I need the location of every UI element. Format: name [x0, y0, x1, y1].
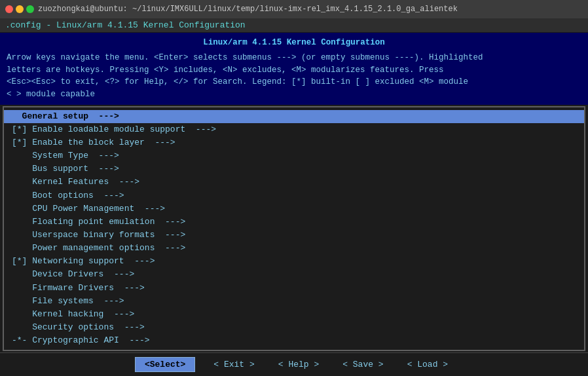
menu-item-file-systems[interactable]: File systems --->	[4, 295, 584, 308]
help-button[interactable]: < Help >	[273, 358, 324, 371]
menu-item-networking[interactable]: [*] Networking support --->	[4, 255, 584, 268]
menu-item-power-mgmt[interactable]: Power management options --->	[4, 242, 584, 255]
menu-item-general-setup[interactable]: General setup --->	[4, 110, 584, 123]
info-line1: Arrow keys navigate the menu. <Enter> se…	[7, 52, 581, 64]
menu-item-userspace-binary[interactable]: Userspace binary formats --->	[4, 229, 584, 242]
menu-container: General setup --->[*] Enable loadable mo…	[3, 106, 585, 351]
menu-item-security-options[interactable]: Security options --->	[4, 321, 584, 334]
info-box: Linux/arm 4.1.15 Kernel Configuration Ar…	[0, 33, 588, 105]
menu-item-boot-options[interactable]: Boot options --->	[4, 189, 584, 202]
menu-list: General setup --->[*] Enable loadable mo…	[4, 107, 584, 350]
menu-item-kernel-features[interactable]: Kernel Features --->	[4, 176, 584, 189]
minimize-button[interactable]	[16, 5, 24, 13]
top-bar: .config - Linux/arm 4.1.15 Kernel Config…	[0, 18, 588, 33]
menu-item-block-layer[interactable]: [*] Enable the block layer --->	[4, 136, 584, 149]
select-button[interactable]: <Select>	[135, 357, 195, 372]
maximize-button[interactable]	[26, 5, 34, 13]
menu-item-kernel-hacking[interactable]: Kernel hacking --->	[4, 308, 584, 321]
bottom-bar: <Select> < Exit > < Help > < Save > < Lo…	[0, 352, 588, 376]
menu-item-loadable-module[interactable]: [*] Enable loadable module support --->	[4, 123, 584, 136]
exit-button[interactable]: < Exit >	[208, 358, 259, 371]
title-bar: zuozhongkai@ubuntu: ~/linux/IMX6ULL/linu…	[0, 0, 588, 18]
close-button[interactable]	[5, 5, 13, 13]
info-line2: letters are hotkeys. Pressing <Y> includ…	[7, 64, 581, 77]
menu-item-device-drivers[interactable]: Device Drivers --->	[4, 268, 584, 281]
menu-item-system-type[interactable]: System Type --->	[4, 149, 584, 162]
window-controls	[5, 5, 34, 13]
menu-item-library-routines[interactable]: Library routines --->	[4, 347, 584, 350]
menu-item-cpu-power[interactable]: CPU Power Management --->	[4, 202, 584, 216]
save-button[interactable]: < Save >	[337, 358, 388, 371]
menu-item-crypto-api[interactable]: -*- Cryptographic API --->	[4, 334, 584, 347]
info-title: Linux/arm 4.1.15 Kernel Configuration	[7, 37, 581, 49]
menu-item-floating-point[interactable]: Floating point emulation --->	[4, 216, 584, 229]
menu-item-firmware-drivers[interactable]: Firmware Drivers --->	[4, 282, 584, 295]
menu-item-bus-support[interactable]: Bus support --->	[4, 162, 584, 176]
info-line3: <Esc><Esc> to exit, <?> for Help, </> fo…	[7, 76, 581, 88]
load-button[interactable]: < Load >	[402, 358, 453, 371]
config-title: .config - Linux/arm 4.1.15 Kernel Config…	[5, 20, 246, 30]
info-line4: < > module capable	[7, 88, 581, 101]
terminal-area: Linux/arm 4.1.15 Kernel Configuration Ar…	[0, 33, 588, 376]
window-title: zuozhongkai@ubuntu: ~/linux/IMX6ULL/linu…	[38, 5, 458, 14]
